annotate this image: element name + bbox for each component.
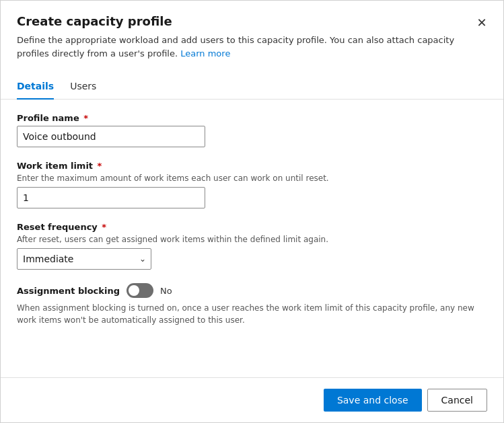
profile-name-group: Profile name * xyxy=(17,113,487,147)
dialog-header: ✕ Create capacity profile Define the app… xyxy=(1,1,503,68)
reset-frequency-group: Reset frequency * After reset, users can… xyxy=(17,222,487,270)
required-star-2: * xyxy=(94,161,102,171)
tab-details[interactable]: Details xyxy=(17,74,54,100)
required-star: * xyxy=(81,113,88,123)
work-item-limit-sublabel: Enter the maximum amount of work items e… xyxy=(17,174,487,183)
required-star-3: * xyxy=(99,222,106,232)
assignment-blocking-toggle[interactable] xyxy=(127,283,153,298)
tab-bar: Details Users xyxy=(1,73,503,100)
work-item-limit-input[interactable] xyxy=(17,187,205,208)
work-item-limit-group: Work item limit * Enter the maximum amou… xyxy=(17,161,487,208)
tab-users[interactable]: Users xyxy=(70,74,96,100)
reset-frequency-sublabel: After reset, users can get assigned work… xyxy=(17,235,487,244)
dialog-description: Define the appropriate workload and add … xyxy=(17,34,487,60)
cancel-button[interactable]: Cancel xyxy=(427,389,487,412)
work-item-limit-label: Work item limit * xyxy=(17,161,487,171)
dialog-title: Create capacity profile xyxy=(17,14,487,28)
assignment-blocking-label: Assignment blocking xyxy=(17,286,120,296)
reset-frequency-label: Reset frequency * xyxy=(17,222,487,232)
toggle-slider xyxy=(127,283,153,298)
close-icon: ✕ xyxy=(476,15,487,30)
dialog-footer: Save and close Cancel xyxy=(1,377,503,422)
assignment-blocking-row: Assignment blocking No xyxy=(17,283,487,298)
profile-name-label: Profile name * xyxy=(17,113,487,123)
save-and-close-button[interactable]: Save and close xyxy=(324,389,422,412)
reset-frequency-select-wrapper: Immediate Daily Weekly ⌄ xyxy=(17,248,151,270)
profile-name-input[interactable] xyxy=(17,126,205,147)
assignment-blocking-group: Assignment blocking No When assignment b… xyxy=(17,283,487,326)
description-text: Define the appropriate workload and add … xyxy=(17,35,454,59)
assignment-blocking-description: When assignment blocking is turned on, o… xyxy=(17,302,487,326)
dialog-body: Profile name * Work item limit * Enter t… xyxy=(1,100,503,377)
assignment-blocking-status: No xyxy=(160,286,172,296)
learn-more-link[interactable]: Learn more xyxy=(180,48,230,59)
create-capacity-profile-dialog: ✕ Create capacity profile Define the app… xyxy=(0,0,504,423)
reset-frequency-select[interactable]: Immediate Daily Weekly xyxy=(17,248,151,270)
close-button[interactable]: ✕ xyxy=(471,11,493,33)
